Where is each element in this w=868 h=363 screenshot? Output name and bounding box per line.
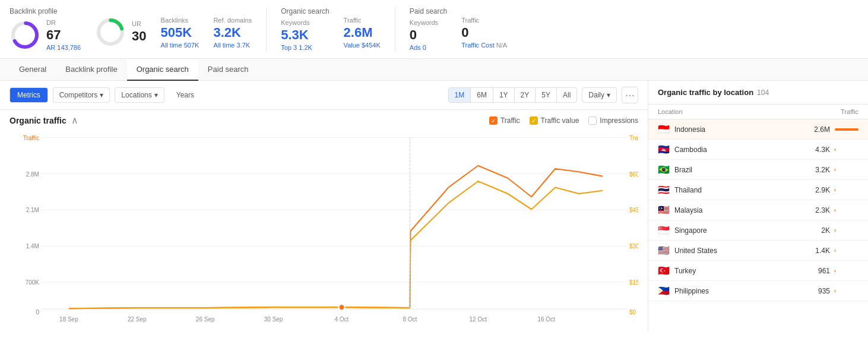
organic-search-section: Organic search Keywords 5.3K Top 3 1.2K … [281, 7, 395, 51]
traffic-bar [835, 290, 835, 292]
interval-dropdown[interactable]: Daily ▾ [582, 87, 617, 103]
location-row[interactable]: 🇹🇭 Thailand 2.9K [648, 180, 868, 200]
location-row[interactable]: 🇲🇾 Malaysia 2.3K [648, 200, 868, 220]
paid-kw-label: Keywords [410, 19, 447, 26]
competitors-label: Competitors [59, 91, 98, 99]
tab-organic-search[interactable]: Organic search [127, 59, 198, 81]
more-icon: ⋯ [625, 90, 635, 101]
traffic-checkbox[interactable]: ✓ Traffic [489, 116, 520, 125]
competitors-dropdown[interactable]: Competitors ▾ [53, 87, 110, 103]
traffic-value: 2.9K [794, 186, 830, 194]
refdomains-metric: Ref. domains 3.2K All time 3.7K [213, 7, 252, 49]
period-2y[interactable]: 2Y [515, 88, 536, 102]
traffic-value: 1.4K [794, 247, 830, 255]
period-1m[interactable]: 1M [449, 88, 471, 102]
tab-paid-search[interactable]: Paid search [198, 59, 258, 81]
chart-controls: ✓ Traffic ✓ Traffic value Impressions [489, 116, 638, 125]
impressions-checkbox[interactable]: Impressions [588, 116, 638, 125]
ur-donut-group: UR 30 [95, 17, 146, 48]
svg-text:12 Oct: 12 Oct [470, 316, 487, 323]
traffic-value-check-icon: ✓ [531, 118, 536, 124]
right-panel: Organic traffic by location 104 Location… [648, 81, 868, 331]
country-name: United States [674, 247, 794, 255]
traffic-bar [835, 209, 835, 212]
traffic-chart-svg: 0 700K 1.4M 2.1M 2.8M Traffic $0 $150K $… [9, 131, 638, 331]
svg-text:18 Sep: 18 Sep [59, 316, 78, 323]
location-row[interactable]: 🇰🇭 Cambodia 4.3K [648, 140, 868, 160]
traffic-bar-container [835, 209, 859, 212]
impressions-checkbox-label: Impressions [600, 116, 638, 125]
main-content: Metrics Competitors ▾ Locations ▾ Years … [0, 81, 868, 331]
paid-ads-sub: Ads 0 [410, 44, 447, 51]
country-flag: 🇰🇭 [658, 144, 670, 155]
location-row[interactable]: 🇹🇷 Turkey 961 [648, 261, 868, 281]
paid-search-section: Paid search Keywords 0 Ads 0 Traffic 0 T… [410, 7, 507, 51]
location-row[interactable]: 🇸🇬 Singapore 2K [648, 220, 868, 241]
kw-top3-val: 1.2K [299, 44, 312, 51]
more-options-btn[interactable]: ⋯ [622, 87, 638, 103]
svg-text:26 Sep: 26 Sep [196, 316, 215, 323]
organic-traffic-label: Traffic [344, 17, 381, 24]
backlinks-value: 505K [161, 25, 199, 40]
tab-backlink-profile[interactable]: Backlink profile [56, 59, 126, 81]
traffic-bar-container [835, 290, 859, 292]
backlink-section-title: Backlink profile [9, 7, 81, 15]
ur-value-group: UR 30 [132, 20, 146, 44]
years-btn[interactable]: Years [169, 88, 201, 102]
traffic-bar-container [835, 250, 859, 252]
metrics-btn[interactable]: Metrics [10, 88, 47, 102]
right-panel-count: 104 [757, 89, 769, 97]
paid-title: Paid search [410, 7, 447, 15]
ur-label: UR [132, 20, 146, 27]
country-flag: 🇹🇷 [658, 265, 670, 276]
chart-toolbar: Metrics Competitors ▾ Locations ▾ Years … [0, 81, 648, 110]
country-name: Thailand [674, 186, 794, 194]
country-name: Malaysia [674, 206, 794, 214]
period-1y[interactable]: 1Y [493, 88, 515, 102]
locations-chevron-icon: ▾ [154, 91, 158, 99]
location-row[interactable]: 🇵🇭 Philippines 935 [648, 281, 868, 301]
country-name: Turkey [674, 267, 794, 275]
dr-metric: DR 67 AR 143,786 [9, 19, 81, 51]
country-flag: 🇲🇾 [658, 204, 670, 216]
location-table-body: 🇮🇩 Indonesia 2.6M 🇰🇭 Cambodia 4.3K 🇧🇷 Br… [648, 119, 868, 301]
nav-tabs: General Backlink profile Organic search … [0, 59, 868, 81]
traffic-value: 2.6M [794, 125, 830, 134]
country-flag: 🇺🇸 [658, 245, 670, 256]
paid-cost-value: N/A [496, 42, 507, 49]
svg-text:2.8M: 2.8M [26, 171, 39, 178]
svg-text:$0: $0 [629, 309, 636, 315]
chart-title: Organic traffic [9, 116, 66, 125]
traffic-bar [835, 189, 835, 191]
svg-text:30 Sep: 30 Sep [264, 316, 283, 323]
traffic-bar [835, 128, 859, 131]
time-period-group: 1M 6M 1Y 2Y 5Y All [448, 87, 578, 103]
kw-value: 5.3K [281, 27, 329, 43]
paid-cost-label: Traffic Cost [461, 42, 495, 49]
collapse-btn[interactable]: ∧ [71, 116, 78, 125]
traffic-value-checkbox[interactable]: ✓ Traffic value [530, 116, 579, 125]
location-row[interactable]: 🇧🇷 Brazil 3.2K [648, 160, 868, 180]
kw-top3: Top 3 1.2K [281, 44, 329, 51]
dr-value: 67 [46, 27, 81, 43]
country-name: Brazil [674, 166, 794, 174]
period-6m[interactable]: 6M [471, 88, 493, 102]
country-flag: 🇮🇩 [658, 124, 670, 135]
location-row[interactable]: 🇮🇩 Indonesia 2.6M [648, 119, 868, 140]
ar-link[interactable]: 143,786 [57, 44, 81, 51]
traffic-bar [835, 149, 835, 151]
period-all[interactable]: All [557, 88, 576, 102]
traffic-bar-container [835, 270, 859, 272]
country-flag: 🇸🇬 [658, 225, 670, 236]
country-name: Cambodia [674, 146, 794, 154]
traffic-value-checkbox-label: Traffic value [541, 116, 579, 125]
backlinks-metric: Backlinks 505K All time 507K [161, 7, 199, 49]
period-5y[interactable]: 5Y [536, 88, 557, 102]
tab-general[interactable]: General [9, 59, 56, 81]
traffic-checkbox-box: ✓ [489, 116, 498, 125]
locations-dropdown[interactable]: Locations ▾ [115, 87, 164, 103]
location-row[interactable]: 🇺🇸 United States 1.4K [648, 241, 868, 261]
location-col-header: Location [658, 108, 811, 115]
traffic-value: 2.3K [794, 206, 830, 214]
ar-row: AR 143,786 [46, 44, 81, 51]
